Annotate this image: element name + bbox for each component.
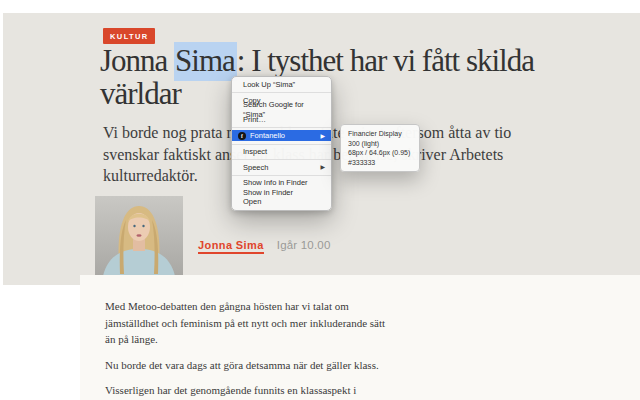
fontanello-submenu: Financier Display 300 (light) 68px / 64.… xyxy=(340,124,420,172)
menu-item-inspect[interactable]: Inspect xyxy=(232,147,331,157)
article-body: Med Metoo-debatten den gångna hösten har… xyxy=(105,298,385,400)
menu-item-open[interactable]: Open xyxy=(232,197,331,207)
body-paragraph: Visserligen har det genomgående funnits … xyxy=(105,382,385,399)
publish-time: Igår 10.00 xyxy=(277,239,331,251)
fontanello-icon: f xyxy=(238,132,246,140)
author-link[interactable]: Jonna Sima xyxy=(198,239,264,254)
menu-item-speech[interactable]: Speech ▶ xyxy=(232,163,331,173)
submenu-arrow-icon: ▶ xyxy=(320,164,325,170)
menu-separator xyxy=(232,127,331,128)
selected-text: Sima xyxy=(174,42,237,81)
context-menu: Look Up “Sima” Copy Search Google for “S… xyxy=(231,76,332,211)
menu-item-look-up[interactable]: Look Up “Sima” xyxy=(232,80,331,90)
font-family-value[interactable]: Financier Display xyxy=(348,129,415,139)
font-weight-value[interactable]: 300 (light) xyxy=(348,139,415,149)
font-size-line-height-value[interactable]: 68px / 64.6px (0.95) xyxy=(348,148,415,158)
menu-separator xyxy=(232,175,331,176)
headline-pre: Jonna xyxy=(100,43,174,78)
menu-item-show-in-finder[interactable]: Show in Finder xyxy=(232,188,331,198)
submenu-arrow-icon: ▶ xyxy=(320,133,325,139)
body-line: Nu borde det vara dags att göra detsamma… xyxy=(105,357,385,374)
menu-separator xyxy=(232,159,331,160)
headline-line-1: Jonna Sima: I tysthet har vi fått skilda xyxy=(100,44,534,77)
menu-item-fontanello[interactable]: f Fontanello ▶ xyxy=(232,130,331,141)
body-line: jämställdhet och feminism på ett nytt oc… xyxy=(105,315,385,332)
menu-item-show-info-in-finder[interactable]: Show Info in Finder xyxy=(232,178,331,188)
menu-separator xyxy=(232,92,331,93)
menu-separator xyxy=(232,144,331,145)
byline: Jonna Sima Igår 10.00 xyxy=(198,239,331,254)
menu-item-search-google[interactable]: Search Google for “Sima” xyxy=(232,105,331,115)
body-paragraph: Nu borde det vara dags att göra detsamma… xyxy=(105,357,385,374)
category-badge-kultur[interactable]: KULTUR xyxy=(103,28,155,44)
body-line: Visserligen har det genomgående funnits … xyxy=(105,382,385,399)
body-line: Med Metoo-debatten den gångna hösten har… xyxy=(105,298,385,315)
font-color-value[interactable]: #333333 xyxy=(348,158,415,168)
body-line: än på länge. xyxy=(105,331,385,348)
author-photo xyxy=(95,196,183,276)
body-paragraph: Med Metoo-debatten den gångna hösten har… xyxy=(105,298,385,348)
headline-post: : I tysthet har vi fått skilda xyxy=(237,43,534,78)
